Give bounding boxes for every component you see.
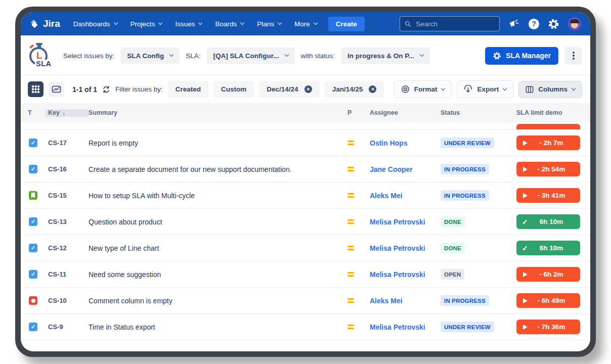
task-icon: ✓ (29, 139, 37, 147)
status-filter-dropdown[interactable]: In progress & On P... (341, 48, 430, 64)
more-options-button[interactable] (564, 47, 582, 65)
nav-item-projects[interactable]: Projects (130, 20, 162, 28)
issue-key: CS-16 (48, 165, 89, 173)
clipped-sla-pill[interactable] (516, 124, 580, 129)
chevron-down-icon (420, 53, 424, 57)
columns-button[interactable]: Columns (518, 81, 582, 98)
check-icon: ✓ (522, 244, 528, 252)
play-icon (523, 193, 528, 198)
filter-chip-custom[interactable]: Custom (213, 81, 254, 98)
sla-time: - 7h 36m (538, 323, 565, 331)
sort-desc-icon: ↓ (62, 109, 66, 117)
chevron-down-icon (503, 86, 507, 90)
sla-pill[interactable]: ✓ - 3h 41m (516, 188, 580, 203)
sla-pill[interactable]: ✓ 6h 10m (516, 241, 580, 255)
settings-gear-icon[interactable] (548, 18, 559, 30)
header-type[interactable]: T (28, 109, 48, 116)
assignee-link[interactable]: Melisa Petrovski (370, 270, 441, 279)
nav-item-plans[interactable]: Plans (257, 20, 281, 28)
assignee-link[interactable]: Melisa Petrovski (370, 244, 441, 252)
export-label: Export (477, 85, 499, 93)
table-row[interactable]: ✓ CS-12 New type of Line chart Melisa Pe… (21, 235, 590, 261)
table-row[interactable]: ✓ CS-16 Create a separate document for o… (21, 156, 590, 183)
priority-medium-icon (347, 193, 354, 198)
sla-pill[interactable]: ✓ - 2h 54m (516, 162, 580, 176)
nav-item-issues[interactable]: Issues (175, 20, 202, 28)
chevron-down-icon (158, 21, 162, 25)
nav-item-more[interactable]: More (294, 20, 317, 28)
sla-manager-label: SLA Manager (506, 52, 551, 60)
assignee-link[interactable]: Melisa Petrovski (370, 218, 441, 226)
filter-chip-date-to[interactable]: Jan/14/25× (325, 81, 384, 98)
assignee-link[interactable]: Jane Cooper (370, 165, 441, 173)
issue-summary: Need some suggestion (89, 270, 347, 279)
status-filter-value: In progress & On P... (347, 52, 414, 60)
sla-manager-button[interactable]: SLA Manager (485, 47, 558, 65)
story-bookmark-glyph (30, 192, 36, 199)
stopwatch-stem (37, 44, 41, 48)
table-row[interactable]: ✓ CS-9 Time in Status export Melisa Petr… (21, 314, 590, 340)
jira-logo[interactable]: Jira (29, 18, 60, 29)
issue-summary: Create a separate document for our new s… (89, 165, 347, 173)
header-status[interactable]: Status (441, 109, 516, 116)
assignee-link[interactable]: Aleks Mei (370, 192, 441, 200)
user-avatar[interactable] (568, 17, 581, 30)
nav-item-label: Dashboards (73, 20, 110, 28)
sla-pill[interactable]: ✓ - 2h 7m (516, 135, 580, 150)
table-row[interactable]: ✓ CS-17 Report is empty Ostin Hops UNDER… (21, 130, 590, 156)
close-icon[interactable]: × (369, 85, 376, 93)
priority-medium-icon (347, 167, 354, 172)
announcement-icon[interactable] (509, 19, 520, 29)
columns-icon (526, 85, 534, 94)
sla-pill[interactable]: ✓ 6h 10m (516, 214, 580, 229)
help-icon[interactable]: ? (529, 19, 539, 29)
issue-key: CS-17 (48, 139, 89, 147)
sla-pill[interactable]: ✓ - 7h 36m (516, 320, 580, 334)
header-key-sorted[interactable]: Key↓ (46, 109, 89, 117)
table-row[interactable]: ✓ CS-15 How to setup SLA with Multi-cycl… (21, 183, 590, 209)
sla-config-dropdown[interactable]: [QA] SLA Configur... (207, 48, 295, 64)
assignee-link[interactable]: Aleks Mei (370, 297, 441, 305)
chevron-down-icon (278, 21, 282, 25)
table-row[interactable]: ✓ CS-13 Question about product Melisa Pe… (21, 209, 590, 235)
select-issues-dropdown[interactable]: SLA Config (120, 48, 180, 64)
chevron-down-icon (284, 53, 288, 57)
filter-chip-date-from[interactable]: Dec/14/24× (259, 81, 319, 98)
search-box[interactable] (400, 16, 500, 31)
jira-logo-icon (29, 19, 39, 29)
create-button[interactable]: Create (328, 17, 365, 31)
assignee-link[interactable]: Melisa Petrovski (370, 323, 441, 331)
header-priority[interactable]: P (347, 109, 370, 116)
close-icon[interactable]: × (304, 85, 312, 93)
issue-summary: Report is empty (89, 139, 347, 147)
play-icon (523, 167, 528, 172)
task-check-glyph: ✓ (31, 271, 35, 277)
search-input[interactable] (415, 20, 495, 28)
sla-pill[interactable]: ✓ - 6h 2m (516, 267, 580, 282)
filter-bar: 1-1 of 1 Filter issues by: Created Custo… (21, 75, 590, 103)
header-assignee[interactable]: Assignee (370, 109, 441, 116)
refresh-button[interactable] (102, 85, 110, 94)
table-row[interactable]: ✓ CS-10 Comment column is empty Aleks Me… (21, 288, 590, 314)
sla-pill[interactable]: ✓ - 6h 49m (516, 293, 580, 308)
task-check-glyph: ✓ (31, 166, 35, 172)
sla-toolbar: L SLA Select issues by: SLA Config SLA: … (21, 35, 590, 75)
header-sla[interactable]: SLA limit demo (516, 109, 583, 116)
assignee-link[interactable]: Ostin Hops (370, 139, 441, 147)
story-icon: ✓ (29, 191, 37, 200)
header-summary[interactable]: Summary (89, 109, 347, 116)
navbar-icons: ? (509, 17, 581, 30)
priority-medium-icon (347, 219, 354, 224)
task-icon: ✓ (29, 323, 37, 331)
nav-item-boards[interactable]: Boards (215, 20, 244, 28)
priority-medium-icon (347, 246, 354, 251)
with-status-label: with status: (301, 52, 335, 60)
table-view-button[interactable] (28, 81, 43, 97)
nav-item-dashboards[interactable]: Dashboards (73, 20, 117, 28)
format-button[interactable]: Format (394, 80, 452, 98)
chart-view-button[interactable] (49, 81, 64, 97)
export-button[interactable]: Export (457, 80, 513, 98)
chevron-down-icon (314, 21, 318, 25)
filter-chip-created[interactable]: Created (168, 81, 208, 98)
table-row[interactable]: ✓ CS-11 Need some suggestion Melisa Petr… (21, 261, 590, 288)
